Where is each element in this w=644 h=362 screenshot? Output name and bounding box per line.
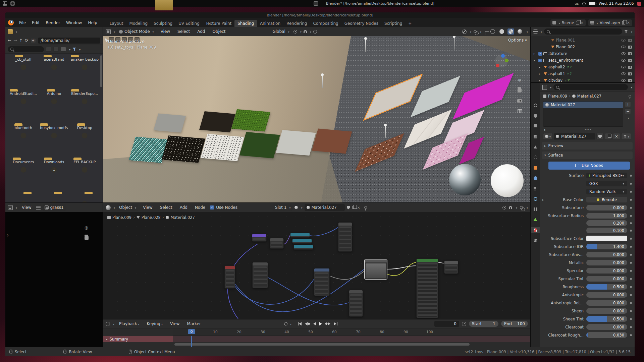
unlink-scene-icon[interactable]: × xyxy=(581,20,584,25)
timeline-dropdown-menu[interactable]: Playback xyxy=(116,320,142,327)
overlays-icon[interactable] xyxy=(520,206,523,209)
property-field[interactable]: Random Walk xyxy=(586,189,627,194)
shading-wireframe-button[interactable] xyxy=(489,28,496,35)
animate-dot[interactable] xyxy=(630,326,632,328)
material-slot-list[interactable]: Material.027 xyxy=(543,101,623,127)
shading-solid-button[interactable] xyxy=(498,28,505,35)
snap-node-icon[interactable] xyxy=(509,206,512,209)
new-material-icon[interactable] xyxy=(352,206,355,209)
viewport-editor-icon[interactable] xyxy=(106,29,111,34)
viewport-menu[interactable]: View xyxy=(158,28,173,35)
collection-checkbox[interactable]: ✓ xyxy=(538,59,542,62)
animate-dot[interactable] xyxy=(630,302,632,304)
outliner-row[interactable]: ✓ Plane.001 ▿ϒ xyxy=(531,37,635,44)
workspace-tab[interactable]: Rendering xyxy=(283,20,310,27)
outliner-row[interactable]: ▸ ✓ cityday ▿ϒ xyxy=(531,77,635,82)
viewport-canvas[interactable]: Options ▾ User Perspective (0) set2_toys… xyxy=(103,36,530,202)
shader-type-selector[interactable]: Object xyxy=(117,204,138,211)
pan-hand-icon[interactable] xyxy=(515,86,524,95)
material-tile[interactable] xyxy=(276,130,316,156)
pin-object[interactable] xyxy=(385,126,386,138)
summary-channel[interactable]: ▸ Summary xyxy=(103,336,173,342)
property-field[interactable]: 0.000 xyxy=(586,324,627,330)
timeline-scrollbar[interactable] xyxy=(174,343,470,346)
material-name-field[interactable]: Material.027 xyxy=(554,133,595,140)
auto-key-record-button[interactable] xyxy=(282,321,289,326)
animate-dot[interactable] xyxy=(630,318,632,320)
unlink-material-icon[interactable]: × xyxy=(357,205,360,210)
viewport-menu[interactable]: Object xyxy=(210,28,228,35)
scene-browse-icon[interactable] xyxy=(558,20,560,25)
shader-node[interactable] xyxy=(349,290,363,317)
expand-icon[interactable]: ▸ xyxy=(544,128,546,131)
outliner-row[interactable]: ▸ ✓ asphalt1 ▿ϒ xyxy=(531,70,635,77)
use-preview-range-icon[interactable] xyxy=(462,322,466,326)
white-preview-sphere[interactable] xyxy=(491,164,524,197)
animate-dot[interactable] xyxy=(630,183,632,185)
property-field[interactable]: 0.000 xyxy=(586,205,627,210)
animate-dot[interactable] xyxy=(630,238,632,240)
shader-node[interactable] xyxy=(252,262,268,288)
tab-view-layer[interactable] xyxy=(531,133,540,139)
hide-in-viewport-icon[interactable] xyxy=(621,39,626,42)
animate-dot[interactable] xyxy=(630,262,632,264)
new-material-button[interactable] xyxy=(605,133,612,140)
workspace-tab[interactable]: Layout xyxy=(107,20,126,27)
folder-item[interactable] xyxy=(69,194,100,202)
pin-id-icon[interactable] xyxy=(629,95,631,98)
new-viewlayer-icon[interactable] xyxy=(622,21,625,24)
shader-node[interactable] xyxy=(293,245,313,250)
display-size-dropdown-icon[interactable] xyxy=(68,47,70,52)
property-field[interactable]: 0.000 xyxy=(586,276,627,282)
file-browser-editor-icon[interactable] xyxy=(8,29,13,34)
tab-texture[interactable] xyxy=(531,237,540,243)
timeline-editor-icon[interactable] xyxy=(106,322,110,326)
topbar-menu[interactable]: Render xyxy=(43,19,63,26)
folder-item[interactable] xyxy=(8,194,39,202)
breadcrumb-object[interactable]: Plane.009 xyxy=(548,94,567,99)
outliner-filter-icon[interactable] xyxy=(624,30,628,33)
shader-node[interactable] xyxy=(292,239,312,244)
shader-node[interactable] xyxy=(252,234,267,242)
material-tile[interactable] xyxy=(239,132,280,159)
disable-in-render-icon[interactable] xyxy=(628,66,632,69)
outliner-row[interactable]: ▸ ✓ asphalt2 ▿ϒ xyxy=(531,64,635,70)
tab-constraints[interactable] xyxy=(531,206,540,212)
outliner-item-name[interactable]: 3dtexture xyxy=(548,51,567,56)
folder-item[interactable]: AndroidStudi... xyxy=(8,91,39,125)
workspace-tab[interactable]: Shading xyxy=(234,20,257,27)
file-browser-scrollbar[interactable] xyxy=(100,55,102,87)
display-detail-icon[interactable] xyxy=(53,47,59,52)
editor-type-dropdown-icon[interactable] xyxy=(15,205,17,210)
material-tile[interactable] xyxy=(312,129,352,154)
material-browse-dropdown-icon[interactable] xyxy=(300,205,302,210)
disable-in-render-icon[interactable] xyxy=(628,46,632,49)
expand-icon[interactable]: ▸ xyxy=(539,72,542,75)
fake-user-button[interactable] xyxy=(596,133,604,140)
outliner-editor-icon[interactable] xyxy=(533,29,538,34)
blender-logo-icon[interactable] xyxy=(8,20,14,25)
folder-item[interactable]: busybox_rootfs xyxy=(39,125,69,160)
image-view-menu[interactable]: View xyxy=(19,204,34,211)
resize-grip-icon[interactable]: •••• xyxy=(584,128,591,131)
outliner-item-name[interactable]: Plane.001 xyxy=(556,38,575,43)
workspace-tab[interactable]: + xyxy=(405,20,415,27)
properties-options-icon[interactable] xyxy=(630,85,632,89)
files-icon[interactable] xyxy=(155,0,173,10)
hide-in-viewport-icon[interactable] xyxy=(621,66,626,68)
workspace-tab[interactable]: Scripting xyxy=(381,20,405,27)
property-field[interactable]: 0.000 xyxy=(586,252,627,257)
remove-viewlayer-icon[interactable]: × xyxy=(627,20,630,25)
axis-y-handle[interactable] xyxy=(505,59,508,62)
hide-in-viewport-icon[interactable] xyxy=(621,59,626,62)
pin-object[interactable] xyxy=(365,40,366,52)
editor-type-dropdown-icon[interactable] xyxy=(549,85,551,89)
image-editor-canvas[interactable]: › ⊕ xyxy=(5,212,103,347)
property-field[interactable]: 0.200 xyxy=(586,220,627,226)
pivot-dropdown-icon[interactable] xyxy=(299,29,302,34)
timeline-menu[interactable]: Marker xyxy=(184,320,203,327)
tab-object[interactable] xyxy=(531,165,540,171)
folder-item[interactable]: anakey-backup xyxy=(69,57,100,91)
snap-magnet-icon[interactable] xyxy=(304,30,307,33)
unlink-material-button[interactable]: × xyxy=(613,133,620,140)
